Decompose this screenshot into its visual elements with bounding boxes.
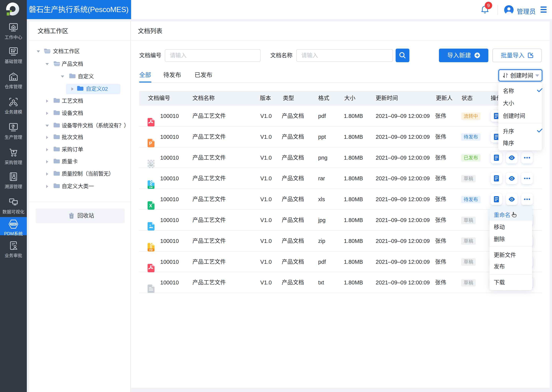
svg-text:P: P bbox=[149, 141, 152, 146]
svg-text:X: X bbox=[149, 203, 152, 208]
svg-text:zip: zip bbox=[149, 248, 153, 251]
svg-text:rar: rar bbox=[149, 186, 153, 189]
svg-text:PDM: PDM bbox=[11, 223, 16, 225]
